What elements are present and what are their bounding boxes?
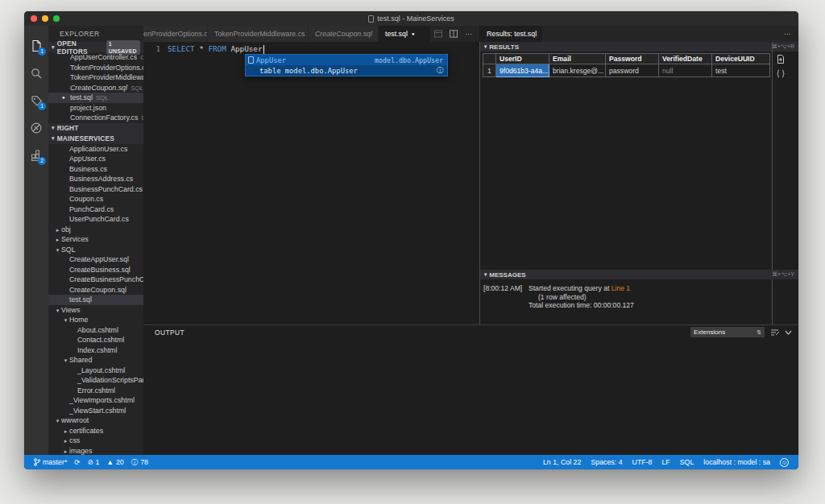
results-section-header[interactable]: ▾ RESULTS ⌘+⌥+R — [480, 42, 798, 52]
suggestion-item[interactable]: AppUser model.dbo.AppUser — [246, 55, 447, 65]
tree-folder-wwwroot[interactable]: ▾wwwroot — [48, 415, 143, 426]
grid-cell-verifieddate[interactable]: null — [659, 64, 712, 77]
column-header-email[interactable]: Email — [549, 54, 606, 64]
tree-file-business-cs[interactable]: Business.cs — [48, 164, 143, 175]
tree-file-createappuser-sql[interactable]: CreateAppUser.sql — [48, 254, 143, 265]
tree-file-userpunchcard-cs[interactable]: UserPunchCard.cs — [48, 214, 143, 225]
error-count[interactable]: ⊘1 — [87, 458, 99, 466]
output-tab[interactable]: OUTPUT — [155, 328, 184, 337]
zoom-window-button[interactable] — [53, 15, 60, 22]
open-editor-item[interactable]: ●test.sqlSQL — [48, 93, 143, 103]
chevron-down-icon: ▾ — [62, 316, 69, 325]
tree-folder-home[interactable]: ▾Home — [48, 315, 143, 325]
intellisense-popup: AppUser model.dbo.AppUser table model.db… — [245, 54, 448, 76]
cursor-position[interactable]: Ln 1, Col 22 — [543, 458, 581, 466]
preview-icon[interactable] — [434, 30, 442, 38]
right-group-tabs: Results: test.sql✕⋯ — [479, 26, 798, 42]
tree-file-about-cshtml[interactable]: About.cshtml — [48, 325, 143, 336]
open-editor-item[interactable]: project.json — [48, 103, 143, 114]
tree-item-label: Coupon.cs — [69, 195, 103, 203]
grid-cell-email[interactable]: brian.kresge@... — [549, 64, 606, 77]
tab-createcoupon-sql[interactable]: CreateCoupon.sql — [309, 26, 379, 42]
right-group-header[interactable]: ▾ RIGHT — [48, 123, 143, 134]
sync-status[interactable]: ⟳ — [74, 459, 80, 466]
tree-file--layout-cshtml[interactable]: _Layout.cshtml — [48, 366, 143, 376]
tab-enprovideroptions-cs[interactable]: enProviderOptions.cs — [143, 26, 208, 42]
tab-results-test-sql[interactable]: Results: test.sql✕ — [480, 26, 543, 42]
open-editor-item[interactable]: CreateCoupon.sqlSQL — [48, 83, 143, 93]
info-count[interactable]: ⓘ78 — [131, 458, 148, 466]
row-number-cell[interactable]: 1 — [483, 64, 496, 77]
clear-output-icon[interactable] — [770, 328, 779, 337]
encoding-setting[interactable]: UTF-8 — [632, 458, 653, 466]
git-branch-status[interactable]: master* — [34, 458, 67, 466]
tree-folder-shared[interactable]: ▾Shared — [48, 355, 143, 366]
language-mode[interactable]: SQL — [680, 458, 694, 466]
output-panel-body[interactable] — [143, 339, 798, 455]
activity-debug-button[interactable] — [24, 114, 48, 142]
tree-file-appuser-cs[interactable]: AppUser.cs — [48, 154, 143, 164]
tree-folder-css[interactable]: ▸css — [48, 436, 143, 446]
tree-folder-obj[interactable]: ▸obj — [48, 225, 143, 235]
tree-folder-services[interactable]: ▸Services — [48, 234, 143, 245]
column-header-password[interactable]: Password — [606, 54, 659, 64]
tree-file-applicationuser-cs[interactable]: ApplicationUser.cs — [48, 144, 143, 155]
indentation-setting[interactable]: Spaces: 4 — [591, 458, 622, 466]
tree-folder-images[interactable]: ▸images — [48, 446, 143, 456]
tree-file-createcoupon-sql[interactable]: CreateCoupon.sql — [48, 285, 143, 295]
message-line-link[interactable]: Line 1 — [611, 284, 630, 292]
open-editor-item[interactable]: TokenProviderMiddleware... — [48, 72, 143, 83]
more-actions-icon[interactable]: ⋯ — [784, 30, 792, 38]
sql-connection-status[interactable]: localhost : model : sa — [703, 458, 770, 466]
sql-editor[interactable]: 1 SELECT * FROM AppUser AppUser model.db… — [143, 42, 479, 324]
messages-section-header[interactable]: ▾ MESSAGES ⌘+⌥+Y — [480, 270, 798, 279]
tree-file-createbusiness-sql[interactable]: CreateBusiness.sql — [48, 265, 143, 275]
open-editor-item[interactable]: ConnectionFactory.csData — [48, 113, 143, 123]
activity-source-control-button[interactable]: 1 — [24, 87, 48, 114]
more-actions-icon[interactable]: ⋯ — [465, 30, 473, 38]
title-bar: test.sql - MaineServices — [24, 11, 798, 26]
tree-file-test-sql[interactable]: test.sql — [48, 295, 143, 305]
grid-cell-password[interactable]: password — [606, 64, 659, 77]
column-header-userid[interactable]: UserID — [496, 54, 549, 64]
open-editor-item[interactable]: AppUserController.csCon... — [48, 52, 143, 63]
feedback-smiley-icon[interactable]: ☺ — [780, 458, 789, 467]
open-editors-header[interactable]: ▾ OPEN EDITORS 1 UNSAVED — [48, 42, 143, 52]
close-window-button[interactable] — [31, 15, 37, 22]
grid-cell-deviceuuid[interactable]: test — [712, 64, 770, 77]
project-section-header[interactable]: ▾ MAINESERVICES — [48, 134, 143, 144]
eol-setting[interactable]: LF — [661, 458, 670, 466]
output-channel-select[interactable]: Extensions ⇅ — [690, 327, 765, 337]
grid-cell-userid[interactable]: 9f0d61b3-a4a... — [496, 64, 549, 77]
activity-extensions-button[interactable]: 2 — [24, 142, 48, 169]
tree-folder-views[interactable]: ▾Views — [48, 305, 143, 316]
column-header-verifieddate[interactable]: VerifiedDate — [659, 54, 712, 64]
tree-file--viewstart-cshtml[interactable]: _ViewStart.cshtml — [48, 406, 143, 416]
tree-folder-sql[interactable]: ▾SQL — [48, 245, 143, 255]
tab-tokenprovidermiddleware-cs[interactable]: TokenProviderMiddleware.cs — [208, 26, 309, 42]
warning-count[interactable]: ▲20 — [106, 458, 123, 466]
minimize-window-button[interactable] — [42, 15, 48, 22]
tree-file-createbusinesspunchc-[interactable]: CreateBusinessPunchC... — [48, 275, 143, 285]
tree-file--validationscriptspart-[interactable]: _ValidationScriptsPart... — [48, 375, 143, 386]
column-header-deviceuuid[interactable]: DeviceUUID — [712, 54, 770, 64]
tab-test-sql[interactable]: test.sql● — [379, 26, 431, 42]
tree-folder-certificates[interactable]: ▸certificates — [48, 426, 143, 436]
tree-file-businessaddress-cs[interactable]: BusinessAddress.cs — [48, 174, 143, 184]
split-editor-icon[interactable] — [450, 30, 458, 38]
open-editor-item[interactable]: TokenProviderOptions.cs — [48, 63, 143, 73]
tree-file-error-cshtml[interactable]: Error.cshtml — [48, 386, 143, 396]
tree-file-index-cshtml[interactable]: Index.cshtml — [48, 345, 143, 356]
tree-file-coupon-cs[interactable]: Coupon.cs — [48, 194, 143, 204]
tree-file-punchcard-cs[interactable]: PunchCard.cs — [48, 204, 143, 215]
activity-search-button[interactable] — [24, 60, 48, 87]
save-csv-icon[interactable] — [777, 55, 785, 64]
collapse-panel-icon[interactable] — [785, 330, 792, 335]
tree-file-businesspunchcard-cs[interactable]: BusinessPunchCard.cs — [48, 184, 143, 195]
close-tab-icon[interactable]: ✕ — [541, 31, 543, 38]
tree-file--viewimports-cshtml[interactable]: _ViewImports.cshtml — [48, 395, 143, 406]
activity-explorer-button[interactable]: 1 — [24, 32, 48, 60]
save-json-icon[interactable] — [777, 69, 785, 78]
tree-file-contact-cshtml[interactable]: Contact.cshtml — [48, 335, 143, 345]
file-tree: ApplicationUser.csAppUser.csBusiness.csB… — [48, 144, 143, 456]
